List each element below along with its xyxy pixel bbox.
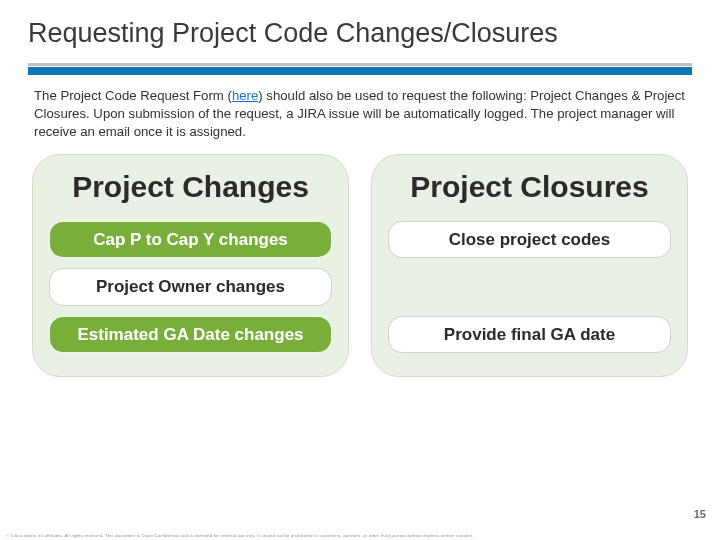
pill-cap-p-to-cap-y: Cap P to Cap Y changes <box>49 221 332 259</box>
request-form-link[interactable]: here <box>232 88 258 103</box>
intro-paragraph: The Project Code Request Form (here) sho… <box>34 87 686 140</box>
column-project-changes: Project Changes Cap P to Cap Y changes P… <box>32 154 349 377</box>
slide: Requesting Project Code Changes/Closures… <box>0 0 720 540</box>
title-divider <box>28 59 692 73</box>
page-title: Requesting Project Code Changes/Closures <box>28 18 692 49</box>
page-number: 15 <box>694 508 706 520</box>
column-heading-changes: Project Changes <box>45 171 336 203</box>
column-heading-closures: Project Closures <box>384 171 675 203</box>
pill-project-owner-changes: Project Owner changes <box>49 268 332 306</box>
footer-text: © Cisco and/or its affiliates. All right… <box>0 533 720 538</box>
pill-close-project-codes: Close project codes <box>388 221 671 259</box>
divider-blue <box>28 67 692 75</box>
intro-text-pre: The Project Code Request Form ( <box>34 88 232 103</box>
spacer <box>384 263 675 311</box>
pill-estimated-ga-date-changes: Estimated GA Date changes <box>49 316 332 354</box>
columns: Project Changes Cap P to Cap Y changes P… <box>28 154 692 377</box>
column-project-closures: Project Closures Close project codes Pro… <box>371 154 688 377</box>
divider-grey <box>28 63 692 66</box>
pill-provide-final-ga-date: Provide final GA date <box>388 316 671 354</box>
